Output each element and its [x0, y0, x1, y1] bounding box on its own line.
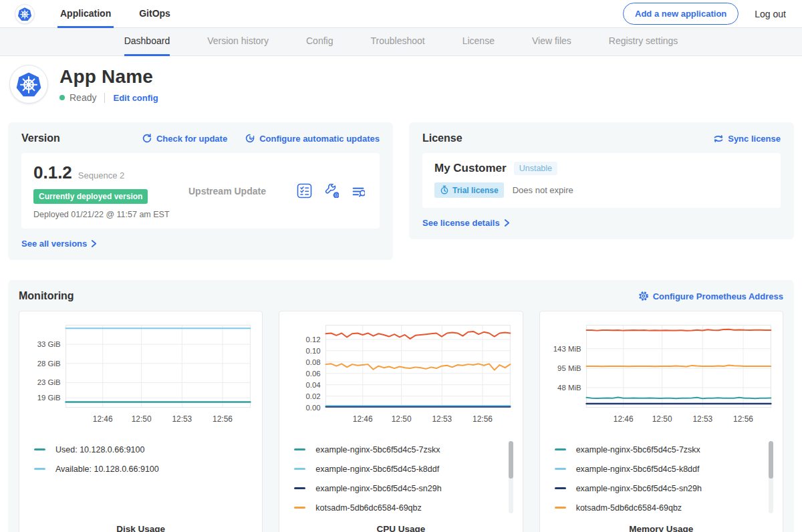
legend-label: example-nginx-5bc6f5d4c5-sn29h [576, 484, 702, 493]
legend-swatch [294, 468, 305, 470]
scrollbar-thumb[interactable] [769, 441, 773, 479]
add-application-button[interactable]: Add a new application [623, 3, 739, 25]
topnav-right: Add a new application Log out [623, 3, 786, 25]
subnav-item-view-files[interactable]: View files [532, 28, 571, 56]
app-subnav: DashboardVersion historyConfigTroublesho… [0, 28, 802, 56]
svg-text:0.08: 0.08 [306, 358, 321, 366]
legend-label: example-nginx-5bc6f5d4c5-7zskx [576, 445, 700, 454]
svg-text:0.02: 0.02 [306, 392, 321, 400]
legend-label: example-nginx-5bc6f5d4c5-k8ddf [576, 464, 700, 474]
top-nav: ApplicationGitOps Add a new application … [0, 0, 802, 28]
check-for-update-link[interactable]: Check for update [142, 133, 227, 144]
disk-usage-legend: Used: 10.128.0.66:9100Available: 10.128.… [27, 440, 254, 519]
legend-item: example-nginx-5bc6f5d4c5-k8ddf [294, 459, 514, 479]
chevron-right-icon [504, 219, 510, 227]
logout-button[interactable]: Log out [755, 9, 786, 19]
cpu-usage-chart[interactable]: 0.000.020.040.060.080.100.1212:4612:5012… [287, 318, 514, 430]
svg-text:12:46: 12:46 [93, 414, 113, 424]
legend-label: example-nginx-5bc6f5d4c5-k8ddf [315, 464, 439, 474]
disk-usage-chart[interactable]: 19 GiB23 GiB28 GiB33 GiB12:4612:5012:531… [27, 318, 254, 430]
scrollbar-thumb[interactable] [509, 441, 513, 479]
svg-text:12:53: 12:53 [432, 414, 452, 424]
version-number: 0.1.2 [33, 162, 72, 183]
license-box: My Customer Unstable Trial license Does … [422, 153, 781, 208]
preflight-checks-icon[interactable] [297, 183, 312, 198]
legend-label: kotsadm-5db6dc6584-69qbz [315, 503, 421, 513]
legend-item: example-nginx-5bc6f5d4c5-sn29h [555, 479, 775, 498]
edit-config-link[interactable]: Edit config [113, 93, 158, 103]
configure-prometheus-link[interactable]: Configure Prometheus Address [638, 291, 783, 301]
svg-text:12:56: 12:56 [733, 414, 753, 424]
subnav-item-version-history[interactable]: Version history [207, 28, 269, 56]
svg-text:12:56: 12:56 [473, 414, 493, 424]
svg-text:33 GiB: 33 GiB [37, 340, 61, 348]
configure-automatic-updates-label: Configure automatic updates [259, 134, 380, 144]
kubernetes-logo-icon [15, 4, 35, 24]
legend-scrollbar[interactable] [509, 441, 513, 513]
legend-label: Used: 10.128.0.66:9100 [55, 445, 144, 454]
chevron-right-icon [91, 239, 97, 248]
svg-text:12:50: 12:50 [652, 414, 672, 424]
sequence-label: Sequence 2 [78, 170, 124, 180]
check-for-update-label: Check for update [156, 134, 227, 144]
deploy-logs-icon[interactable] [352, 185, 365, 197]
topnav-tab-application[interactable]: Application [57, 0, 114, 28]
legend-swatch [294, 448, 305, 450]
stopwatch-icon [440, 185, 449, 195]
disk-usage-chart-card: 19 GiB23 GiB28 GiB33 GiB12:4612:5012:531… [19, 311, 263, 532]
subnav-item-dashboard[interactable]: Dashboard [124, 28, 170, 56]
refresh-icon [142, 133, 152, 144]
svg-text:12:56: 12:56 [213, 414, 233, 424]
see-license-details-link[interactable]: See license details [422, 218, 510, 228]
legend-swatch [294, 507, 305, 509]
legend-item: Available: 10.128.0.66:9100 [34, 459, 254, 479]
monitoring-card: Monitoring Configure Prometheus Address … [8, 280, 794, 532]
svg-text:0.06: 0.06 [306, 370, 321, 378]
subnav-item-registry-settings[interactable]: Registry settings [609, 28, 678, 56]
charts-row: 19 GiB23 GiB28 GiB33 GiB12:4612:5012:531… [19, 311, 783, 532]
legend-item: example-nginx-5bc6f5d4c5-7zskx [294, 440, 514, 459]
sync-license-link[interactable]: Sync license [713, 134, 781, 144]
svg-text:12:53: 12:53 [692, 414, 712, 424]
schedule-icon [245, 133, 255, 144]
page-title: App Name [59, 66, 158, 88]
memory-usage-chart-card: 48 MiB95 MiB143 MiB12:4612:5012:5312:56 … [539, 311, 783, 532]
subnav-item-troubleshoot[interactable]: Troubleshoot [370, 28, 424, 56]
topnav-tab-gitops[interactable]: GitOps [136, 0, 173, 28]
chart-title: Disk Usage [27, 524, 254, 532]
subnav-item-license[interactable]: License [462, 28, 495, 56]
app-header: App Name Ready Edit config [0, 56, 802, 114]
legend-item: kotsadm-5db6dc6584-69qbz [294, 498, 514, 517]
cpu-usage-legend: example-nginx-5bc6f5d4c5-7zskxexample-ng… [287, 440, 514, 519]
license-card: License Sync license My Customer Unstabl… [409, 122, 794, 239]
legend-label: Available: 10.128.0.66:9100 [55, 464, 159, 474]
channel-badge: Unstable [514, 162, 557, 175]
svg-text:12:50: 12:50 [132, 414, 152, 424]
customer-name: My Customer [434, 162, 507, 175]
svg-text:19 GiB: 19 GiB [37, 394, 61, 402]
svg-text:0.04: 0.04 [306, 381, 321, 389]
svg-text:0.12: 0.12 [306, 336, 321, 344]
subnav-item-config[interactable]: Config [306, 28, 333, 56]
upstream-update-label: Upstream Update [188, 186, 297, 196]
divider [104, 93, 105, 103]
config-wrench-icon[interactable] [325, 184, 339, 198]
license-card-title: License [422, 132, 462, 144]
trial-license-label: Trial license [452, 186, 499, 195]
configure-automatic-updates-link[interactable]: Configure automatic updates [245, 133, 380, 144]
legend-swatch [34, 468, 45, 470]
legend-swatch [34, 448, 45, 450]
svg-text:95 MiB: 95 MiB [557, 364, 581, 372]
legend-item: kotsadm-5db6dc6584-69qbz [555, 498, 775, 517]
svg-text:12:53: 12:53 [172, 414, 192, 424]
svg-text:0.00: 0.00 [306, 404, 321, 412]
see-all-versions-link[interactable]: See all versions [21, 239, 97, 249]
memory-usage-legend: example-nginx-5bc6f5d4c5-7zskxexample-ng… [548, 440, 775, 519]
trial-license-badge: Trial license [434, 182, 504, 198]
app-avatar [9, 65, 48, 104]
version-card: Version Check for update Configure autom… [8, 122, 393, 260]
memory-usage-chart[interactable]: 48 MiB95 MiB143 MiB12:4612:5012:5312:56 [548, 318, 775, 430]
configure-prometheus-label: Configure Prometheus Address [653, 291, 783, 301]
legend-label: example-nginx-5bc6f5d4c5-7zskx [315, 445, 440, 454]
legend-scrollbar[interactable] [769, 441, 773, 513]
